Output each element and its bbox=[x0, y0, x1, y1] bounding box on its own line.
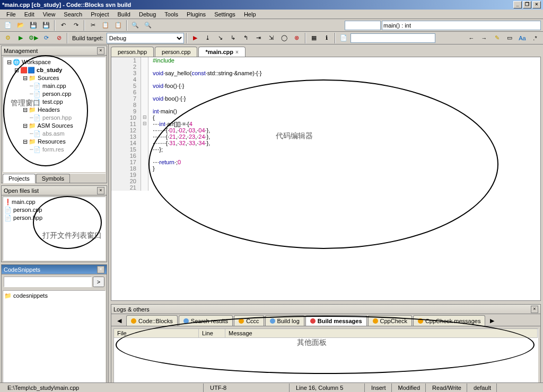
step-into-icon[interactable]: ↳ bbox=[227, 33, 239, 43]
tab-symbols[interactable]: Symbols bbox=[36, 174, 70, 183]
statusbar: E:\Temp\cb_study\main.cpp UTF-8 Line 16,… bbox=[0, 382, 543, 392]
tab-cppcheck-messages[interactable]: CppCheck messages bbox=[413, 315, 486, 326]
tree-group-sources[interactable]: ⊟📁 Sources bbox=[4, 74, 104, 82]
step-out-icon[interactable]: ↰ bbox=[240, 33, 252, 43]
tab-close-icon[interactable]: × bbox=[235, 49, 239, 55]
log-prev-icon[interactable]: ◀ bbox=[113, 315, 125, 326]
break-icon[interactable]: ◯ bbox=[278, 33, 290, 43]
menu-build[interactable]: Build bbox=[113, 10, 134, 19]
project-tree[interactable]: ⊟🌐 Workspace ⊟🟥🟦 cb_study ⊟📁 Sources ┄📄 … bbox=[3, 57, 106, 172]
find-icon[interactable]: 🔍 bbox=[129, 20, 141, 31]
prev-icon[interactable]: ← bbox=[466, 33, 477, 43]
debug-windows-icon[interactable]: ▦ bbox=[308, 33, 320, 43]
save-all-icon[interactable]: 💾 bbox=[40, 20, 52, 31]
col-file[interactable]: File bbox=[114, 329, 199, 337]
regex-icon[interactable]: .* bbox=[529, 33, 541, 43]
tree-project[interactable]: ⊟🟥🟦 cb_study bbox=[4, 66, 104, 74]
tab-cppcheck[interactable]: CppCheck bbox=[368, 315, 412, 326]
menu-help[interactable]: Help bbox=[240, 10, 260, 19]
step-into-instr-icon[interactable]: ⇲ bbox=[266, 33, 277, 43]
tree-file[interactable]: ┄📄 person.cpp bbox=[4, 90, 104, 98]
editor-tab-person-cpp[interactable]: person.cpp bbox=[155, 47, 197, 57]
list-item[interactable]: 📄 person.hpp bbox=[4, 214, 104, 222]
menu-search[interactable]: Search bbox=[59, 10, 86, 19]
next-instr-icon[interactable]: ⇥ bbox=[253, 33, 265, 43]
stop-debug-icon[interactable]: ⊗ bbox=[291, 33, 303, 43]
menu-file[interactable]: File bbox=[2, 10, 20, 19]
code-editor[interactable]: 1#include 23void·say_hello(const·std::st… bbox=[111, 57, 541, 301]
tree-group-resources[interactable]: ⊟📁 Resources bbox=[4, 138, 104, 146]
cut-icon[interactable]: ✂ bbox=[87, 20, 99, 31]
management-close-icon[interactable]: × bbox=[97, 47, 104, 55]
tab-build-log[interactable]: Build log bbox=[265, 315, 304, 326]
redo-icon[interactable]: ↷ bbox=[70, 20, 82, 31]
minimize-button[interactable]: _ bbox=[513, 1, 522, 8]
build-target-select[interactable]: Debug bbox=[107, 33, 184, 43]
tree-file[interactable]: ┄📄 person.hpp bbox=[4, 114, 104, 122]
tree-file[interactable]: ┄📄 abs.asm bbox=[4, 130, 104, 138]
toggle-source-icon[interactable]: 📄 bbox=[338, 33, 349, 43]
menu-edit[interactable]: Edit bbox=[20, 10, 39, 19]
next-line-icon[interactable]: ↘ bbox=[215, 33, 226, 43]
restore-button[interactable]: ❐ bbox=[523, 1, 531, 8]
info-icon[interactable]: ℹ bbox=[321, 33, 332, 43]
tab-search-results[interactable]: Search results bbox=[179, 315, 233, 326]
snippets-go-button[interactable]: > bbox=[93, 277, 104, 287]
search-field[interactable] bbox=[351, 33, 435, 43]
close-button[interactable]: × bbox=[532, 1, 541, 8]
copy-icon[interactable]: 📋 bbox=[100, 20, 111, 31]
build-run-icon[interactable]: ⚙▶ bbox=[28, 33, 39, 43]
tree-group-headers[interactable]: ⊟📁 Headers bbox=[4, 106, 104, 114]
tree-file[interactable]: ┄📄 form.res bbox=[4, 146, 104, 154]
selection-icon[interactable]: ▭ bbox=[504, 33, 515, 43]
tree-file[interactable]: ┄📄 main.cpp bbox=[4, 82, 104, 90]
snippets-root[interactable]: 📁 codesnippets bbox=[4, 292, 104, 300]
run-to-cursor-icon[interactable]: ⤓ bbox=[202, 33, 214, 43]
codesnippets-close-icon[interactable]: × bbox=[97, 266, 104, 273]
log-next-icon[interactable]: ▶ bbox=[486, 315, 498, 326]
editor-tab-main-cpp[interactable]: *main.cpp× bbox=[198, 47, 245, 57]
management-panel: Management × ⊟🌐 Workspace ⊟🟥🟦 cb_study ⊟… bbox=[1, 46, 107, 183]
tree-file[interactable]: ┄📄 test.cpp bbox=[4, 98, 104, 106]
snippets-search[interactable] bbox=[4, 277, 92, 287]
rebuild-icon[interactable]: ⟳ bbox=[40, 33, 52, 43]
tree-workspace[interactable]: ⊟🌐 Workspace bbox=[4, 58, 104, 66]
list-item[interactable]: ❗main.cpp bbox=[4, 198, 104, 206]
run-icon[interactable]: ▶ bbox=[15, 33, 27, 43]
col-message[interactable]: Message bbox=[225, 329, 538, 337]
log-body[interactable]: File Line Message bbox=[113, 328, 538, 390]
tab-build-messages[interactable]: Build messages bbox=[305, 315, 367, 326]
tree-group-asm[interactable]: ⊟📁 ASM Sources bbox=[4, 122, 104, 130]
logs-close-icon[interactable]: × bbox=[531, 306, 538, 313]
menu-project[interactable]: Project bbox=[86, 10, 113, 19]
open-icon[interactable]: 📂 bbox=[15, 20, 27, 31]
save-icon[interactable]: 💾 bbox=[28, 20, 39, 31]
menu-tools[interactable]: Tools bbox=[160, 10, 182, 19]
debug-continue-icon[interactable]: ▶ bbox=[189, 33, 201, 43]
highlight-icon[interactable]: ✎ bbox=[491, 33, 503, 43]
editor-tab-person-hpp[interactable]: person.hpp bbox=[111, 47, 154, 57]
abort-icon[interactable]: ⊘ bbox=[53, 33, 65, 43]
undo-icon[interactable]: ↶ bbox=[57, 20, 69, 31]
new-file-icon[interactable]: 📄 bbox=[2, 20, 14, 31]
open-files-close-icon[interactable]: × bbox=[97, 187, 104, 194]
menu-debug[interactable]: Debug bbox=[135, 10, 160, 19]
col-line[interactable]: Line bbox=[199, 329, 225, 337]
status-profile: default bbox=[468, 384, 497, 392]
list-item[interactable]: 📄 person.cpp bbox=[4, 206, 104, 214]
next-icon[interactable]: → bbox=[478, 33, 490, 43]
match-case-icon[interactable]: Aa bbox=[516, 33, 528, 43]
symbol-combo[interactable] bbox=[382, 21, 541, 30]
tab-codeblocks[interactable]: Code::Blocks bbox=[126, 315, 178, 326]
paste-icon[interactable]: 📋 bbox=[112, 20, 124, 31]
scope-combo[interactable] bbox=[345, 21, 381, 30]
tab-projects[interactable]: Projects bbox=[3, 174, 36, 183]
menu-settings[interactable]: Settings bbox=[210, 10, 240, 19]
tab-cccc[interactable]: Cccc bbox=[234, 315, 264, 326]
menu-view[interactable]: View bbox=[39, 10, 60, 19]
toolbar-1: 📄 📂 💾 💾 ↶ ↷ ✂ 📋 📋 🔍 🔍 bbox=[0, 19, 543, 32]
build-icon[interactable]: ⚙ bbox=[2, 33, 14, 43]
open-files-list[interactable]: ❗main.cpp 📄 person.cpp 📄 person.hpp bbox=[3, 197, 106, 261]
menu-plugins[interactable]: Plugins bbox=[182, 10, 210, 19]
replace-icon[interactable]: 🔍 bbox=[142, 20, 154, 31]
